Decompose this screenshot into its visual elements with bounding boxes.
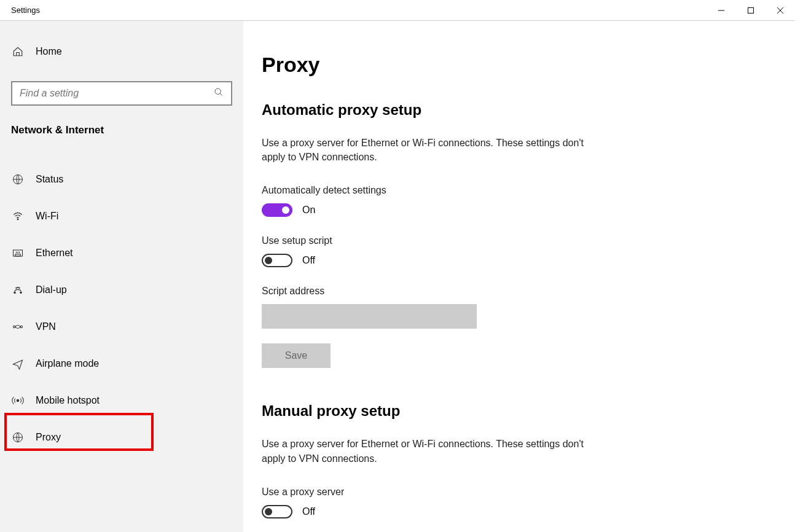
sidebar-item-ethernet[interactable]: Ethernet — [0, 235, 243, 272]
auto-detect-state: On — [302, 205, 315, 216]
setup-script-label: Use setup script — [262, 235, 795, 246]
sidebar-item-label: Status — [36, 174, 63, 185]
sidebar-item-airplane[interactable]: Airplane mode — [0, 345, 243, 382]
sidebar-home[interactable]: Home — [0, 39, 243, 64]
sidebar-home-label: Home — [36, 46, 62, 57]
maximize-button[interactable] — [736, 0, 766, 21]
home-icon — [11, 46, 25, 57]
page-title: Proxy — [262, 53, 795, 77]
search-icon — [214, 87, 224, 100]
hotspot-icon — [11, 394, 25, 407]
wifi-icon — [11, 210, 25, 222]
sidebar-item-hotspot[interactable]: Mobile hotspot — [0, 382, 243, 419]
use-proxy-label: Use a proxy server — [262, 487, 795, 498]
airplane-icon — [11, 358, 25, 370]
sidebar-item-label: Airplane mode — [36, 358, 99, 369]
script-address-label: Script address — [262, 286, 795, 297]
sidebar-item-wifi[interactable]: Wi-Fi — [0, 198, 243, 235]
svg-point-17 — [19, 288, 20, 288]
svg-rect-1 — [748, 7, 754, 13]
save-button: Save — [262, 343, 331, 368]
auto-section-desc: Use a proxy server for Ethernet or Wi-Fi… — [262, 136, 593, 164]
auto-detect-label: Automatically detect settings — [262, 185, 795, 196]
svg-line-5 — [220, 93, 222, 95]
search-field[interactable] — [20, 88, 214, 99]
sidebar-item-label: Mobile hotspot — [36, 395, 100, 406]
svg-rect-9 — [15, 254, 20, 256]
window-controls — [707, 0, 795, 21]
sidebar-item-label: Wi-Fi — [36, 211, 58, 222]
close-button[interactable] — [766, 0, 795, 21]
script-address-input — [262, 304, 477, 329]
setup-script-state: Off — [302, 255, 315, 266]
dialup-icon — [11, 284, 25, 296]
ethernet-icon — [11, 247, 25, 259]
svg-point-13 — [14, 292, 16, 294]
sidebar-item-proxy[interactable]: Proxy — [0, 419, 243, 456]
use-proxy-toggle[interactable] — [262, 505, 292, 518]
sidebar-item-label: Dial-up — [36, 284, 67, 295]
sidebar-item-status[interactable]: Status — [0, 161, 243, 198]
svg-point-15 — [16, 288, 17, 288]
auto-section-title: Automatic proxy setup — [262, 101, 795, 119]
globe-icon — [11, 431, 25, 444]
svg-point-14 — [20, 292, 22, 294]
search-input[interactable] — [11, 81, 232, 106]
sidebar-item-vpn[interactable]: VPN — [0, 308, 243, 345]
minimize-button[interactable] — [707, 0, 736, 21]
sidebar-item-label: VPN — [36, 321, 56, 332]
svg-point-19 — [20, 326, 22, 327]
content-area: Proxy Automatic proxy setup Use a proxy … — [243, 21, 795, 532]
sidebar: Home Network & Internet Status Wi-Fi — [0, 21, 243, 532]
manual-section-title: Manual proxy setup — [262, 402, 795, 420]
vpn-icon — [11, 321, 25, 333]
sidebar-category: Network & Internet — [0, 124, 243, 136]
svg-point-7 — [17, 219, 18, 220]
manual-section-desc: Use a proxy server for Ethernet or Wi-Fi… — [262, 437, 593, 465]
use-proxy-state: Off — [302, 506, 315, 517]
sidebar-item-dialup[interactable]: Dial-up — [0, 272, 243, 308]
svg-point-4 — [215, 88, 221, 94]
status-icon — [11, 173, 25, 186]
svg-point-20 — [17, 399, 18, 401]
svg-point-16 — [17, 287, 18, 288]
setup-script-toggle[interactable] — [262, 254, 292, 267]
titlebar: Settings — [0, 0, 795, 21]
window-title: Settings — [11, 6, 40, 15]
sidebar-item-label: Proxy — [36, 432, 61, 443]
svg-point-18 — [14, 326, 15, 327]
auto-detect-toggle[interactable] — [262, 203, 292, 217]
sidebar-item-label: Ethernet — [36, 248, 72, 259]
